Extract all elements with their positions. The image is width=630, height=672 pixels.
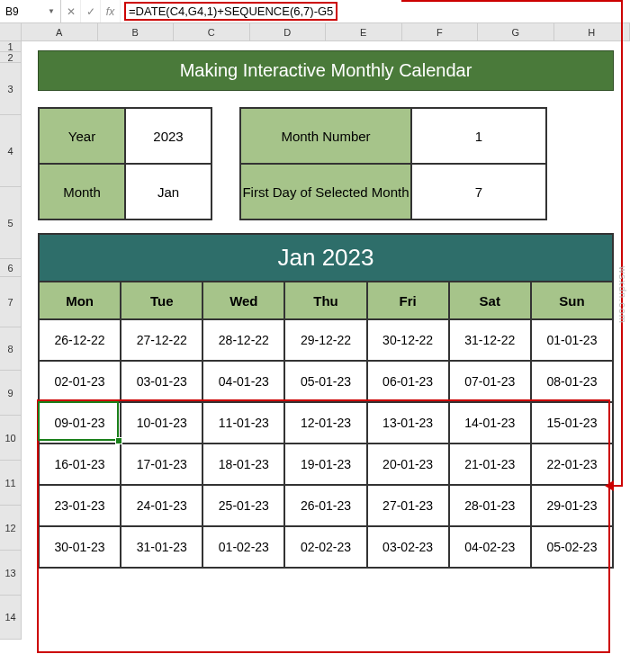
watermark: wsxdn.com: [617, 266, 628, 324]
calendar-cell[interactable]: 12-01-23: [284, 402, 366, 444]
param-table-right: Month Number 1First Day of Selected Mont…: [239, 107, 547, 220]
name-box-dropdown-icon[interactable]: ▼: [48, 7, 55, 15]
enter-icon[interactable]: ✓: [81, 0, 101, 22]
formula-bar: B9 ▼ ✕ ✓ fx =DATE(C4,G4,1)+SEQUENCE(6,7)…: [0, 0, 630, 23]
calendar-cell[interactable]: 05-02-23: [531, 526, 613, 568]
row-header[interactable]: 14: [0, 596, 21, 640]
column-header[interactable]: E: [326, 23, 402, 40]
calendar-cell[interactable]: 25-01-23: [202, 485, 284, 526]
column-header[interactable]: D: [250, 23, 327, 40]
calendar-cell[interactable]: 06-01-23: [367, 361, 449, 402]
column-header[interactable]: B: [98, 23, 175, 40]
column-header[interactable]: H: [554, 23, 631, 40]
table-row: 09-01-2310-01-2311-01-2312-01-2313-01-23…: [39, 402, 613, 444]
calendar-cell[interactable]: 30-01-23: [39, 526, 121, 568]
calendar-cell[interactable]: 04-02-23: [449, 526, 531, 568]
row-header[interactable]: 11: [0, 461, 21, 506]
calendar-cell[interactable]: 24-01-23: [121, 485, 202, 526]
param-value: 1: [411, 108, 546, 164]
calendar-cell[interactable]: 30-12-22: [367, 319, 449, 361]
row-header[interactable]: 7: [0, 277, 21, 327]
formula-icons: ✕ ✓ fx: [61, 0, 121, 22]
table-row: 23-01-2324-01-2325-01-2326-01-2327-01-23…: [39, 485, 613, 526]
calendar-cell[interactable]: 29-12-22: [284, 319, 366, 361]
select-all-corner[interactable]: [0, 23, 22, 40]
column-header[interactable]: C: [174, 23, 250, 40]
param-value: 7: [411, 164, 546, 220]
table-row: 02-01-2303-01-2304-01-2305-01-2306-01-23…: [39, 361, 613, 402]
row-header[interactable]: 8: [0, 327, 21, 371]
param-value[interactable]: 2023: [125, 108, 212, 164]
param-label: Month Number: [240, 108, 411, 164]
weekday-header: Sun: [531, 282, 613, 319]
arrow-head-icon: [605, 480, 614, 491]
calendar-cell[interactable]: 08-01-23: [531, 361, 613, 402]
row-header[interactable]: 1: [0, 41, 21, 52]
calendar-cell[interactable]: 01-01-23: [531, 319, 613, 361]
name-box[interactable]: B9 ▼: [0, 0, 61, 22]
param-label: Month: [39, 164, 125, 220]
calendar-cell[interactable]: 10-01-23: [121, 402, 202, 444]
weekday-header: Tue: [121, 282, 202, 319]
name-box-value: B9: [5, 5, 19, 18]
table-row: 26-12-2227-12-2228-12-2229-12-2230-12-22…: [39, 319, 613, 361]
calendar-cell[interactable]: 28-12-22: [202, 319, 284, 361]
param-label: Year: [39, 108, 125, 164]
calendar-cell[interactable]: 03-01-23: [121, 361, 202, 402]
calendar-cell[interactable]: 23-01-23: [39, 485, 121, 526]
calendar-cell[interactable]: 29-01-23: [531, 485, 613, 526]
fx-icon[interactable]: fx: [101, 0, 121, 22]
calendar-cell[interactable]: 28-01-23: [449, 485, 531, 526]
page-title: Making Interactive Monthly Calendar: [38, 50, 614, 91]
calendar-cell[interactable]: 31-01-23: [121, 526, 202, 568]
calendar-cell[interactable]: 14-01-23: [449, 402, 531, 444]
column-header[interactable]: G: [478, 23, 554, 40]
calendar-cell[interactable]: 26-12-22: [39, 319, 121, 361]
formula-input[interactable]: =DATE(C4,G4,1)+SEQUENCE(6,7)-G5: [121, 2, 630, 21]
calendar-cell[interactable]: 09-01-23: [39, 402, 121, 444]
calendar-cell[interactable]: 13-01-23: [367, 402, 449, 444]
row-headers: 1234567891011121314: [0, 41, 22, 640]
calendar-table: MonTueWedThuFriSatSun 26-12-2227-12-2228…: [38, 281, 614, 569]
cancel-icon[interactable]: ✕: [61, 0, 81, 22]
calendar-title: Jan 2023: [38, 233, 614, 281]
calendar-cell[interactable]: 19-01-23: [284, 444, 366, 485]
row-header[interactable]: 9: [0, 371, 21, 416]
param-label: First Day of Selected Month: [240, 164, 411, 220]
row-header[interactable]: 5: [0, 187, 21, 259]
calendar-cell[interactable]: 07-01-23: [449, 361, 531, 402]
calendar-cell[interactable]: 04-01-23: [202, 361, 284, 402]
calendar-cell[interactable]: 16-01-23: [39, 444, 121, 485]
calendar-cell[interactable]: 11-01-23: [202, 402, 284, 444]
column-header[interactable]: F: [402, 23, 479, 40]
row-header[interactable]: 2: [0, 52, 21, 63]
calendar-cell[interactable]: 17-01-23: [121, 444, 202, 485]
row-header[interactable]: 3: [0, 63, 21, 115]
weekday-header: Fri: [367, 282, 449, 319]
parameter-tables: Year 2023Month Jan Month Number 1First D…: [38, 107, 614, 220]
calendar-cell[interactable]: 27-12-22: [121, 319, 202, 361]
calendar-cell[interactable]: 02-02-23: [284, 526, 366, 568]
column-header[interactable]: A: [22, 23, 98, 40]
calendar-cell[interactable]: 27-01-23: [367, 485, 449, 526]
calendar-cell[interactable]: 01-02-23: [202, 526, 284, 568]
calendar-cell[interactable]: 21-01-23: [449, 444, 531, 485]
table-row: 16-01-2317-01-2318-01-2319-01-2320-01-23…: [39, 444, 613, 485]
row-header[interactable]: 13: [0, 551, 21, 596]
param-value[interactable]: Jan: [125, 164, 212, 220]
row-header[interactable]: 10: [0, 416, 21, 461]
calendar-cell[interactable]: 20-01-23: [367, 444, 449, 485]
calendar-cell[interactable]: 03-02-23: [367, 526, 449, 568]
calendar-cell[interactable]: 18-01-23: [202, 444, 284, 485]
row-header[interactable]: 4: [0, 115, 21, 187]
calendar-cell[interactable]: 26-01-23: [284, 485, 366, 526]
calendar-cell[interactable]: 02-01-23: [39, 361, 121, 402]
calendar-cell[interactable]: 31-12-22: [449, 319, 531, 361]
calendar-cell[interactable]: 05-01-23: [284, 361, 366, 402]
weekday-header: Mon: [39, 282, 121, 319]
weekday-header: Sat: [449, 282, 531, 319]
row-header[interactable]: 6: [0, 259, 21, 277]
row-header[interactable]: 12: [0, 506, 21, 551]
calendar-cell[interactable]: 22-01-23: [531, 444, 613, 485]
calendar-cell[interactable]: 15-01-23: [531, 402, 613, 444]
